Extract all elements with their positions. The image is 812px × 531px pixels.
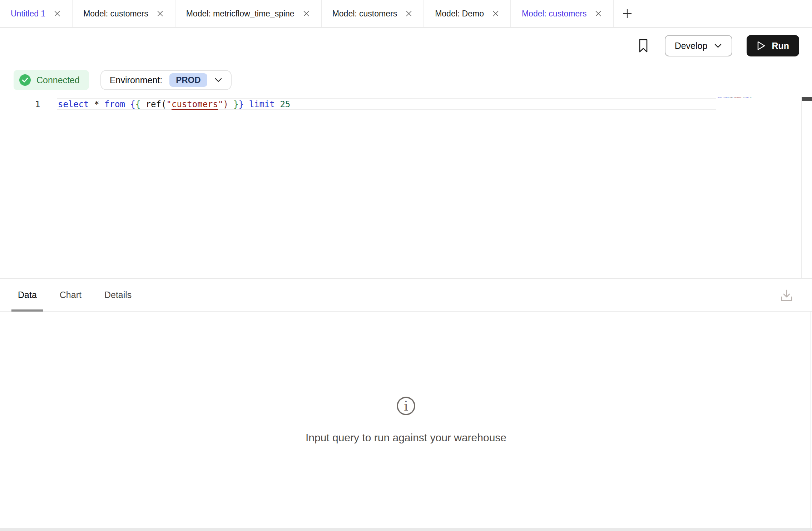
code-token: from	[724, 96, 727, 98]
results-tab[interactable]: Chart	[53, 279, 88, 311]
run-label: Run	[772, 41, 789, 51]
results-tab[interactable]: Details	[98, 279, 138, 311]
editor-tab[interactable]: Model: metricflow_time_spine	[175, 0, 322, 27]
environment-label: Environment:	[110, 75, 162, 85]
code-token: }	[233, 99, 238, 109]
editor-tab[interactable]: Model: customers	[322, 0, 425, 27]
connected-badge: Connected	[14, 70, 89, 90]
chevron-down-icon	[214, 78, 222, 83]
status-row: Connected Environment: PROD	[14, 70, 232, 90]
code-token: {	[130, 99, 135, 109]
code-token	[244, 99, 249, 109]
code-token: limit	[249, 99, 275, 109]
check-icon	[19, 74, 31, 86]
code-token: 25	[280, 99, 290, 109]
results-tab[interactable]: Data	[11, 279, 43, 311]
code-token	[125, 99, 130, 109]
bottom-divider	[0, 528, 812, 531]
run-button[interactable]: Run	[747, 35, 799, 56]
chevron-down-icon	[714, 43, 722, 49]
scrollbar-thumb[interactable]	[802, 97, 812, 101]
toolbar: Develop Run	[0, 29, 812, 71]
code-token	[140, 99, 145, 109]
code-token	[99, 99, 104, 109]
close-icon[interactable]	[492, 10, 500, 18]
tab-label: Model: customers	[332, 9, 397, 19]
download-icon	[779, 288, 794, 303]
new-tab-button[interactable]	[614, 0, 641, 27]
code-editor[interactable]: 1 select * from {{ ref("customers") }} l…	[0, 92, 812, 278]
connected-label: Connected	[36, 75, 80, 85]
tab-label: Model: customers	[83, 9, 148, 19]
minimap-line: select * from {{ ref("customers") }} lim…	[718, 96, 724, 98]
info-icon: i	[396, 396, 416, 416]
download-button[interactable]	[779, 288, 794, 303]
minimap[interactable]: select * from {{ ref("customers") }} lim…	[718, 96, 761, 105]
code-token: 25	[750, 96, 751, 98]
code-token: "	[166, 99, 171, 109]
code-token: )	[223, 99, 228, 109]
code-line[interactable]: select * from {{ ref("customers") }} lim…	[58, 99, 290, 110]
code-token: *	[94, 99, 99, 109]
bookmark-button[interactable]	[636, 35, 650, 56]
code-token: customers	[734, 96, 741, 98]
results-tab-bar: Data Chart Details	[0, 278, 812, 312]
tab-bar: Untitled 1 Model: customers Model: metri…	[0, 0, 812, 28]
tab-label: Model: metricflow_time_spine	[186, 9, 294, 19]
play-icon	[757, 41, 766, 51]
code-token: from	[104, 99, 125, 109]
results-tab-label: Data	[18, 290, 37, 300]
code-token: select	[58, 99, 89, 109]
code-token	[228, 99, 233, 109]
close-icon[interactable]	[53, 10, 61, 18]
code-token: customers	[172, 99, 218, 109]
code-token: limit	[746, 96, 749, 98]
editor-tab[interactable]: Model: customers	[511, 0, 614, 27]
line-number: 1	[35, 99, 40, 110]
editor-tab[interactable]: Untitled 1	[0, 0, 73, 27]
close-icon[interactable]	[594, 10, 602, 18]
environment-badge: PROD	[169, 73, 207, 87]
tab-label: Model: Demo	[435, 9, 484, 19]
develop-label: Develop	[675, 41, 708, 51]
empty-state-message: Input query to run against your warehous…	[306, 432, 506, 444]
code-token: {	[135, 99, 140, 109]
tab-label: Untitled 1	[11, 9, 45, 19]
environment-selector[interactable]: Environment: PROD	[100, 70, 232, 90]
editor-tab[interactable]: Model: customers	[73, 0, 175, 27]
close-icon[interactable]	[405, 10, 413, 18]
svg-text:i: i	[404, 398, 408, 414]
code-token: (	[161, 99, 166, 109]
code-token: select	[718, 96, 722, 98]
tab-label: Model: customers	[522, 9, 587, 19]
code-token: }	[239, 99, 244, 109]
results-tab-label: Chart	[60, 290, 81, 300]
develop-button[interactable]: Develop	[665, 35, 733, 56]
close-icon[interactable]	[302, 10, 310, 18]
editor-scrollbar[interactable]	[801, 97, 812, 278]
close-icon[interactable]	[156, 10, 164, 18]
code-token: ref	[146, 99, 161, 109]
code-token	[89, 99, 94, 109]
code-token: "	[218, 99, 223, 109]
bookmark-icon	[638, 38, 649, 53]
results-tab-label: Details	[104, 290, 132, 300]
code-token	[275, 99, 280, 109]
editor-tab[interactable]: Model: Demo	[424, 0, 511, 27]
plus-icon	[622, 8, 633, 19]
empty-state: i Input query to run against your wareho…	[0, 396, 812, 444]
